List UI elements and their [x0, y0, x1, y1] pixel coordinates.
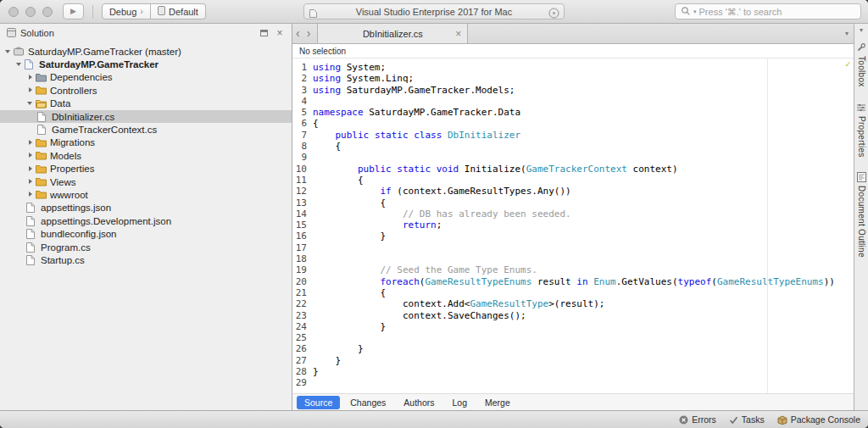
code-line: 29: [292, 377, 854, 388]
footer-tab-changes[interactable]: Changes: [342, 396, 393, 409]
disclosure-triangle-icon[interactable]: [26, 73, 36, 81]
line-number: 12: [292, 186, 313, 197]
navigate-forward-icon[interactable]: ›: [303, 27, 314, 39]
tree-item-appsettings-json[interactable]: appsettings.json: [0, 202, 292, 214]
device-icon: [158, 6, 165, 17]
status-label: Package Console: [791, 414, 860, 425]
footer-tab-source[interactable]: Source: [297, 396, 340, 409]
footer-tab-authors[interactable]: Authors: [396, 396, 442, 409]
solution-pad-title: Solution: [20, 28, 54, 38]
close-window-button[interactable]: [8, 7, 19, 17]
tree-item-startup-cs[interactable]: Startup.cs: [0, 253, 292, 266]
run-button[interactable]: ▶: [63, 3, 84, 19]
tree-item-models[interactable]: Models: [0, 149, 292, 162]
search-field[interactable]: ▾: [675, 3, 861, 19]
disclosure-triangle-icon[interactable]: [26, 164, 36, 173]
disclosure-triangle-icon[interactable]: [26, 178, 36, 186]
minimize-window-button[interactable]: [25, 7, 36, 17]
code-line: 25: [292, 332, 854, 343]
configuration-dropdown[interactable]: Debug ›: [102, 3, 151, 19]
tree-item-wwwroot[interactable]: wwwroot: [0, 188, 292, 201]
tree-item-dependencies[interactable]: Dependencies: [0, 71, 292, 84]
tab-bar: ‹ › DbInitializer.cs × ▾: [292, 24, 854, 44]
disclosure-triangle-icon[interactable]: [15, 60, 25, 69]
target-dropdown[interactable]: Default: [151, 3, 206, 19]
dependencies-icon: [36, 73, 49, 82]
tree-item-appsettings-development-json[interactable]: appsettings.Development.json: [0, 214, 292, 227]
line-number: 11: [292, 175, 313, 186]
search-input[interactable]: [699, 7, 855, 17]
tree-item-controllers[interactable]: Controllers: [0, 84, 292, 97]
code-line: 20 foreach(GameResultTypeEnums result in…: [292, 276, 854, 287]
code-line: 6{: [292, 118, 854, 129]
solution-pad-header: Solution ×: [0, 24, 292, 42]
line-number: 7: [292, 130, 313, 141]
code-text: {: [313, 175, 364, 186]
disclosure-triangle-icon[interactable]: [4, 47, 14, 56]
folder-icon: [36, 164, 49, 174]
disclosure-triangle-icon[interactable]: [26, 152, 36, 160]
code-line: 12 if (context.GameResultTypes.Any()): [292, 186, 854, 197]
dock-icon[interactable]: [258, 27, 270, 39]
tree-item-label: appsettings.Development.json: [40, 216, 171, 226]
code-line: 8 {: [292, 141, 854, 152]
change-indicator-icon: ✓: [844, 60, 851, 69]
tree-item-data[interactable]: Data: [0, 97, 292, 110]
tree-item-bundleconfig-json[interactable]: bundleconfig.json: [0, 227, 292, 240]
tree-item-properties[interactable]: Properties: [0, 163, 292, 175]
chevron-down-icon[interactable]: ▾: [860, 26, 863, 34]
navigate-back-icon[interactable]: ‹: [292, 27, 303, 39]
search-dropdown-icon[interactable]: ▾: [693, 8, 697, 15]
editor-footer-tabs: SourceChangesAuthorsLogMerge: [292, 393, 854, 410]
tree-item-label: SaturdayMP.GameTracker (master): [27, 47, 181, 57]
disclosure-triangle-icon[interactable]: [26, 191, 36, 199]
folder-icon: [36, 151, 49, 160]
tab-overflow-icon[interactable]: ▾: [845, 30, 849, 37]
status-errors[interactable]: Errors: [679, 414, 716, 425]
tree-item-label: Migrations: [49, 137, 95, 147]
code-text: context.SaveChanges();: [313, 310, 526, 321]
disclosure-triangle-icon[interactable]: [26, 99, 36, 108]
line-number: 17: [292, 242, 313, 253]
line-number: 29: [292, 377, 313, 388]
close-tab-icon[interactable]: ×: [455, 29, 461, 39]
tab-dbinitializer[interactable]: DbInitializer.cs ×: [317, 24, 468, 43]
tree-item-dbinitializer-cs[interactable]: DbInitializer.cs: [0, 110, 292, 123]
status-package-console[interactable]: Package Console: [777, 414, 860, 425]
close-pad-icon[interactable]: ×: [274, 27, 286, 39]
tree-item-label: bundleconfig.json: [40, 229, 117, 239]
code-line: 11 {: [292, 175, 854, 186]
code-text: }: [313, 231, 386, 242]
line-number: 28: [292, 366, 313, 377]
footer-tab-merge[interactable]: Merge: [477, 396, 518, 409]
disclosure-triangle-icon[interactable]: [26, 86, 36, 95]
line-number: 22: [292, 298, 313, 309]
code-line: 17: [292, 242, 854, 253]
folder-open-icon: [36, 99, 49, 108]
status-tasks[interactable]: Tasks: [729, 414, 765, 425]
side-tab-properties[interactable]: Properties: [856, 103, 866, 158]
line-number: 16: [292, 231, 313, 242]
tree-item-program-cs[interactable]: Program.cs: [0, 241, 292, 253]
tree-item-gametrackercontext-cs[interactable]: GameTrackerContext.cs: [0, 123, 292, 136]
code-line: 28}: [292, 366, 854, 377]
side-tab-toolbox[interactable]: Toolbox: [856, 42, 866, 87]
line-number: 1: [292, 62, 313, 73]
document-icon: [309, 7, 317, 22]
tree-item-saturdaymp-gametracker[interactable]: SaturdayMP.GameTracker: [0, 58, 292, 70]
tree-item-saturdaymp-gametracker-master[interactable]: SaturdayMP.GameTracker (master): [0, 45, 292, 58]
tree-item-migrations[interactable]: Migrations: [0, 136, 292, 149]
disclosure-triangle-icon[interactable]: [26, 138, 36, 147]
status-circle-icon[interactable]: [548, 7, 559, 22]
tree-item-label: Data: [49, 98, 70, 108]
line-number: 21: [292, 287, 313, 298]
code-lines: 1using System;2using System.Linq;3using …: [292, 62, 854, 389]
zoom-window-button[interactable]: [42, 7, 53, 17]
tree-item-views[interactable]: Views: [0, 175, 292, 188]
toolbox-icon: [856, 42, 866, 53]
editor-area: ‹ › DbInitializer.cs × ▾ No selection ✓ …: [292, 24, 854, 410]
code-editor[interactable]: ✓ 1using System;2using System.Linq;3usin…: [292, 58, 854, 393]
tasks-icon: [729, 415, 738, 425]
footer-tab-log[interactable]: Log: [445, 396, 476, 409]
side-tab-document-outline[interactable]: Document Outline: [856, 172, 866, 258]
